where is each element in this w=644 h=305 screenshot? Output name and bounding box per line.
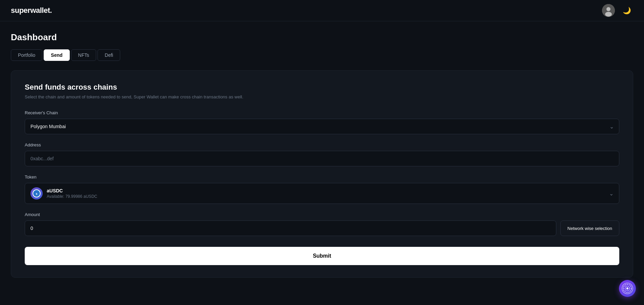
tab-send[interactable]: Send (44, 49, 69, 61)
chevron-down-icon: ⌄ (609, 190, 614, 197)
token-icon: $ (30, 187, 43, 200)
svg-point-7 (626, 287, 628, 289)
amount-input-wrapper (25, 220, 556, 236)
form-title: Send funds across chains (25, 83, 619, 92)
token-icon-inner: $ (33, 189, 41, 197)
send-form-card: Send funds across chains Select the chai… (11, 70, 633, 278)
network-wise-selection-button[interactable]: Network wise selection (560, 220, 619, 236)
token-info: aUSDC Available: 79.99986 aUSDC (47, 188, 609, 199)
address-label: Address (25, 142, 619, 147)
token-selector[interactable]: $ aUSDC Available: 79.99986 aUSDC ⌄ (25, 183, 619, 204)
receiver-chain-select-wrapper: Polygon Mumbai ⌄ (25, 119, 619, 134)
receiver-chain-group: Receiver's Chain Polygon Mumbai ⌄ (25, 110, 619, 134)
receiver-chain-label: Receiver's Chain (25, 110, 619, 115)
tab-nfts[interactable]: NFTs (71, 49, 96, 61)
logo: superwallet. (11, 6, 52, 15)
tabs-container: Portfolio Send NFTs Defi (11, 49, 633, 61)
form-subtitle: Select the chain and amount of tokens ne… (25, 94, 619, 99)
tab-defi[interactable]: Defi (98, 49, 120, 61)
svg-point-2 (605, 12, 612, 17)
svg-point-1 (606, 7, 610, 11)
amount-label: Amount (25, 212, 619, 217)
avatar (602, 4, 615, 17)
token-label: Token (25, 174, 619, 180)
main-content: Dashboard Portfolio Send NFTs Defi Send … (0, 21, 644, 288)
spiral-icon (623, 284, 632, 293)
theme-toggle-button[interactable]: 🌙 (620, 4, 633, 17)
floating-icon-inner (622, 283, 633, 294)
avatar-button[interactable] (602, 4, 615, 17)
header-actions: 🌙 (602, 4, 633, 17)
submit-button[interactable]: Submit (25, 247, 619, 265)
header: superwallet. 🌙 (0, 0, 644, 21)
amount-row: Network wise selection (25, 220, 619, 236)
tab-portfolio[interactable]: Portfolio (11, 49, 42, 61)
svg-text:$: $ (36, 192, 38, 195)
address-group: Address (25, 142, 619, 166)
receiver-chain-select[interactable]: Polygon Mumbai (25, 119, 619, 134)
page-title: Dashboard (11, 32, 633, 43)
moon-icon: 🌙 (623, 6, 631, 15)
amount-input[interactable] (25, 220, 556, 236)
token-name: aUSDC (47, 188, 609, 193)
amount-group: Amount Network wise selection (25, 212, 619, 236)
address-input[interactable] (25, 151, 619, 166)
floating-support-button[interactable] (619, 280, 636, 297)
token-group: Token $ aUSDC Available: 79.99986 aUSDC … (25, 174, 619, 204)
token-balance: Available: 79.99986 aUSDC (47, 194, 609, 199)
